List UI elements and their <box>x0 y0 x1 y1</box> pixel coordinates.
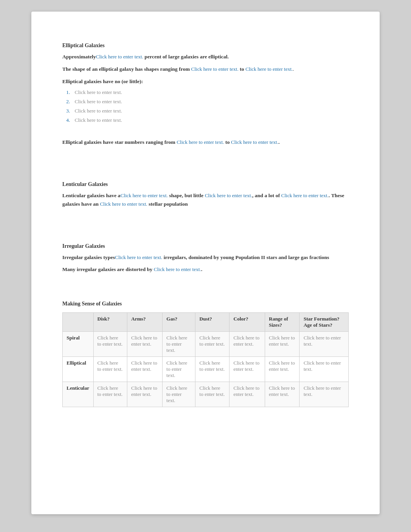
lenticular-arms[interactable]: Click here to enter text. <box>127 382 163 407</box>
elliptical-color[interactable]: Click here to enter text. <box>229 357 265 382</box>
irregular-prefix: Irregular galaxies types <box>62 254 115 260</box>
elliptical-star-para: Elliptical galaxies have star numbers ra… <box>62 138 349 147</box>
lenticular-little-field[interactable]: Click here to enter text. <box>205 193 252 198</box>
list-number-3: 3. <box>66 108 72 114</box>
list-number-2: 2. <box>66 99 72 105</box>
col-header-3: Gas? <box>163 313 195 332</box>
list-item-3: 3. Click here to enter text. <box>66 108 349 114</box>
elliptical-para1-suffix: percent of large galaxies are elliptical… <box>145 54 229 60</box>
elliptical-dust[interactable]: Click here to enter text. <box>195 357 229 382</box>
lenticular-prefix: Lenticular galaxies have a <box>62 193 120 198</box>
elliptical-gas[interactable]: Click here to enter text. <box>163 357 195 382</box>
elliptical-star-table[interactable]: Click here to enter text. <box>300 357 349 382</box>
elliptical-arms[interactable]: Click here to enter text. <box>127 357 163 382</box>
list-item-2: 2. Click here to enter text. <box>66 99 349 105</box>
lenticular-color[interactable]: Click here to enter text. <box>229 382 265 407</box>
irregular-para1: Irregular galaxies typesClick here to en… <box>62 253 349 262</box>
spiral-gas[interactable]: Click here to enter text. <box>163 332 195 357</box>
list-field-4[interactable]: Click here to enter text. <box>75 117 122 123</box>
list-item-1: 1. Click here to enter text. <box>66 89 349 95</box>
list-field-1[interactable]: Click here to enter text. <box>75 89 122 95</box>
lenticular-shape-field[interactable]: Click here to enter text. <box>120 193 168 198</box>
table-header-row: Disk? Arms? Gas? Dust? Color? Range of S… <box>63 313 349 332</box>
elliptical-star-field2[interactable]: Click here to enter text. <box>231 139 278 145</box>
lenticular-para2-suffix: stellar population <box>149 201 188 207</box>
spiral-arms[interactable]: Click here to enter text. <box>127 332 163 357</box>
col-header-2: Arms? <box>127 313 163 332</box>
list-number-1: 1. <box>66 89 72 95</box>
col-header-0 <box>63 313 94 332</box>
lenticular-disk[interactable]: Click here to enter text. <box>93 382 127 407</box>
elliptical-para2-mid: to <box>240 66 246 72</box>
spiral-disk[interactable]: Click here to enter text. <box>93 332 127 357</box>
list-field-2[interactable]: Click here to enter text. <box>75 99 122 105</box>
irregular-distorted-field[interactable]: Click here to enter text. <box>154 266 201 272</box>
lenticular-lot-field[interactable]: Click here to enter text. <box>281 193 329 198</box>
list-item-4: 4. Click here to enter text. <box>66 117 349 123</box>
irregular-para2-suffix: . <box>201 266 202 272</box>
spiral-color[interactable]: Click here to enter text. <box>229 332 265 357</box>
irregular-type-field[interactable]: Click here to enter text. <box>115 254 162 260</box>
col-header-7: Star Formation? Age of Stars? <box>300 313 349 332</box>
lenticular-stellar-field[interactable]: Click here to enter text. <box>100 201 147 207</box>
row-label-elliptical: Elliptical <box>63 357 94 382</box>
elliptical-star-suffix: . <box>278 139 279 145</box>
elliptical-star-field1[interactable]: Click here to enter text. <box>176 139 224 145</box>
table-row-spiral: Spiral Click here to enter text. Click h… <box>63 332 349 357</box>
lenticular-mid2: , and a lot of <box>252 193 280 198</box>
lenticular-section: Lenticular Galaxies Lenticular galaxies … <box>62 181 349 208</box>
elliptical-list-heading: Elliptical galaxies have no (or little): <box>62 77 349 86</box>
table-row-elliptical: Elliptical Click here to enter text. Cli… <box>63 357 349 382</box>
lenticular-range[interactable]: Click here to enter text. <box>265 382 300 407</box>
col-header-1: Disk? <box>93 313 127 332</box>
row-label-lenticular: Lenticular <box>63 382 94 407</box>
elliptical-percent-field[interactable]: Click here to enter text. <box>96 54 143 60</box>
lenticular-suffix: . <box>329 193 330 198</box>
elliptical-heading: Elliptical Galaxies <box>62 43 349 49</box>
elliptical-disk[interactable]: Click here to enter text. <box>93 357 127 382</box>
elliptical-para2-suffix: . <box>293 66 294 72</box>
table-section: Making Sense of Galaxies Disk? Arms? Gas… <box>62 301 349 407</box>
elliptical-shape1-field[interactable]: Click here to enter text. <box>191 66 238 72</box>
lenticular-dust[interactable]: Click here to enter text. <box>195 382 229 407</box>
elliptical-para1-prefix: Approximately <box>62 54 96 60</box>
elliptical-para2-prefix: The shape of an elliptical galaxy has sh… <box>62 66 190 72</box>
lenticular-heading: Lenticular Galaxies <box>62 181 349 188</box>
irregular-section: Irregular Galaxies Irregular galaxies ty… <box>62 243 349 274</box>
galaxy-table: Disk? Arms? Gas? Dust? Color? Range of S… <box>62 312 349 407</box>
row-label-spiral: Spiral <box>63 332 94 357</box>
irregular-suffix: irregulars, dominated by young Populatio… <box>164 254 329 260</box>
elliptical-list: 1. Click here to enter text. 2. Click he… <box>66 89 349 123</box>
irregular-para2: Many irregular galaxies are distorted by… <box>62 265 349 274</box>
elliptical-star-mid: to <box>225 139 231 145</box>
table-heading: Making Sense of Galaxies <box>62 301 349 307</box>
table-row-lenticular: Lenticular Click here to enter text. Cli… <box>63 382 349 407</box>
list-number-4: 4. <box>66 117 72 123</box>
lenticular-star-table[interactable]: Click here to enter text. <box>300 382 349 407</box>
lenticular-gas[interactable]: Click here to enter text. <box>163 382 195 407</box>
elliptical-section: Elliptical Galaxies ApproximatelyClick h… <box>62 43 349 147</box>
lenticular-mid1: shape, but little <box>169 193 204 198</box>
list-field-3[interactable]: Click here to enter text. <box>75 108 122 114</box>
spiral-star[interactable]: Click here to enter text. <box>300 332 349 357</box>
irregular-heading: Irregular Galaxies <box>62 243 349 249</box>
elliptical-para2: The shape of an elliptical galaxy has sh… <box>62 65 349 73</box>
lenticular-para1: Lenticular galaxies have aClick here to … <box>62 191 349 208</box>
elliptical-para1: ApproximatelyClick here to enter text. p… <box>62 53 349 61</box>
elliptical-range[interactable]: Click here to enter text. <box>265 357 300 382</box>
col-header-5: Color? <box>229 313 265 332</box>
col-header-6: Range of Sizes? <box>265 313 300 332</box>
elliptical-star-prefix: Elliptical galaxies have star numbers ra… <box>62 139 175 145</box>
elliptical-shape2-field[interactable]: Click here to enter text. <box>245 66 293 72</box>
irregular-para2-prefix: Many irregular galaxies are distorted by <box>62 266 152 272</box>
spiral-dust[interactable]: Click here to enter text. <box>195 332 229 357</box>
spiral-range[interactable]: Click here to enter text. <box>265 332 300 357</box>
col-header-4: Dust? <box>195 313 229 332</box>
page-container: Elliptical Galaxies ApproximatelyClick h… <box>31 12 380 514</box>
